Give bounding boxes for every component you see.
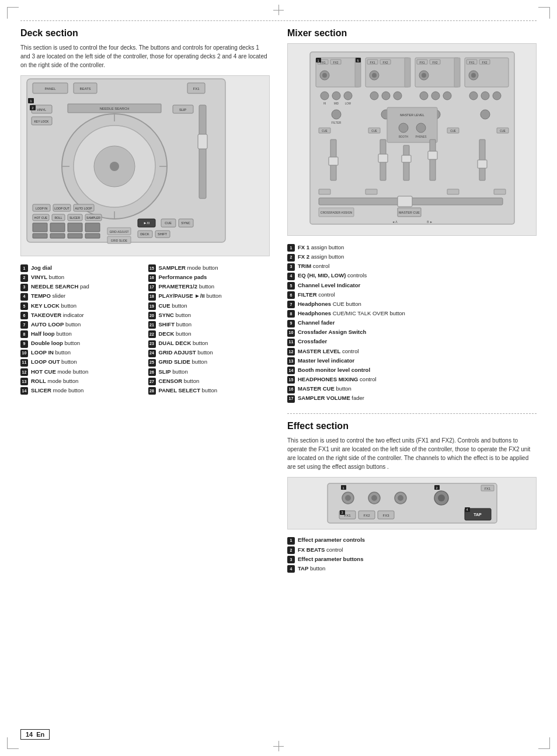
svg-text:CUE: CUE	[450, 130, 456, 133]
svg-text:FX2: FX2	[432, 61, 437, 64]
svg-text:B ►: B ►	[427, 220, 433, 224]
list-item: 19CUE button	[148, 301, 270, 311]
svg-text:5: 5	[357, 59, 358, 62]
list-item: 15SAMPLER mode button	[148, 263, 270, 273]
svg-rect-138	[478, 160, 487, 168]
svg-text:HOT CUE: HOT CUE	[34, 216, 48, 220]
list-item: 2FX 2 assign button	[287, 252, 537, 262]
list-item: 3TRIM control	[287, 262, 537, 271]
list-item: 8Headphones CUE/MIC TALK OVER button	[287, 309, 537, 318]
corner-mark-br	[538, 737, 550, 749]
svg-text:SLIP: SLIP	[179, 108, 186, 112]
svg-text:2: 2	[436, 486, 437, 490]
list-item: 4TEMPO slider	[20, 291, 142, 301]
list-item: 28PANEL SELECT button	[148, 386, 270, 395]
list-item: 4TAP button	[287, 564, 537, 573]
svg-point-105	[443, 92, 451, 100]
svg-rect-45	[68, 234, 82, 238]
svg-rect-136	[428, 151, 437, 159]
svg-point-86	[422, 73, 426, 78]
svg-point-93	[471, 73, 476, 78]
mixer-section: Mixer section FX1 FX2	[287, 28, 537, 573]
deck-section-title: Deck section	[20, 28, 270, 39]
svg-rect-46	[85, 234, 100, 238]
list-item: 17SAMPLER VOLUME fader	[287, 393, 537, 403]
svg-point-159	[345, 495, 351, 501]
page-num-value: 14	[26, 731, 33, 738]
list-item: 10LOOP IN button	[20, 348, 142, 357]
svg-text:CUE: CUE	[500, 130, 506, 133]
list-item: 5KEY LOCK button	[20, 301, 142, 311]
mixer-controller-image: FX1 FX2 FX1 FX2	[287, 43, 537, 236]
svg-rect-140	[402, 155, 411, 162]
svg-point-94	[321, 92, 329, 100]
svg-rect-135	[430, 140, 436, 180]
svg-text:AUTO LOOP: AUTO LOOP	[75, 207, 92, 210]
svg-point-163	[398, 495, 403, 501]
crosshair-top	[273, 5, 284, 15]
svg-rect-143	[319, 189, 330, 194]
svg-text:VINYL: VINYL	[37, 108, 46, 112]
list-item: 20SYNC button	[148, 311, 270, 320]
list-item: 16Performance pads	[148, 273, 270, 282]
deck-section: Deck section This section is used to con…	[20, 28, 270, 573]
svg-text:DECK: DECK	[140, 232, 149, 236]
svg-point-107	[481, 92, 489, 100]
svg-text:SLICER: SLICER	[69, 216, 80, 220]
svg-text:CUE: CUE	[322, 130, 328, 133]
svg-text:CROSSFADER ASSIGN: CROSSFADER ASSIGN	[320, 211, 352, 214]
list-item: 24GRID ADJUST button	[148, 348, 270, 357]
svg-text:FX2: FX2	[382, 61, 388, 64]
effect-section-title: Effect section	[287, 421, 537, 431]
effect-section-desc: This section is used to control the two …	[287, 436, 537, 471]
page-number: 14 En	[20, 729, 50, 740]
svg-text:3: 3	[341, 511, 343, 514]
svg-rect-117	[387, 107, 437, 142]
svg-text:FX2: FX2	[482, 61, 487, 64]
svg-rect-39	[33, 223, 47, 232]
svg-rect-42	[85, 223, 100, 232]
list-item: 6TAKEOVER indicator	[20, 311, 142, 320]
svg-text:FX2: FX2	[363, 514, 370, 517]
list-item: 22DECK button	[148, 329, 270, 339]
list-item: 3Effect parameter buttons	[287, 555, 537, 564]
svg-point-112	[332, 110, 341, 119]
svg-text:GRID SLIDE: GRID SLIDE	[111, 239, 128, 242]
svg-rect-15	[199, 105, 206, 198]
svg-rect-16	[198, 134, 207, 149]
corner-mark-tl	[7, 7, 19, 19]
list-item: 27CENSOR button	[148, 377, 270, 386]
list-item: 7Headphones CUE button	[287, 299, 537, 309]
page-language: En	[36, 731, 44, 738]
svg-point-106	[469, 92, 478, 100]
list-item: 25GRID SLIDE button	[148, 357, 270, 367]
list-item: 6FILTER control	[287, 290, 537, 299]
svg-point-104	[431, 92, 440, 100]
svg-text:4: 4	[466, 508, 468, 511]
top-separator	[20, 20, 537, 21]
effect-section: Effect section This section is used to c…	[287, 413, 537, 573]
svg-text:LOOP IN: LOOP IN	[36, 207, 48, 210]
svg-point-95	[332, 92, 340, 100]
svg-point-10	[110, 162, 119, 171]
svg-point-96	[344, 92, 352, 100]
list-item: 1Effect parameter controls	[287, 535, 537, 545]
deck-controller-image: PANEL BEATS FX1	[20, 75, 270, 256]
svg-text:FX1: FX1	[193, 87, 200, 90]
effect-items-list: 1Effect parameter controls2FX BEATS cont…	[287, 535, 537, 573]
svg-point-103	[420, 92, 428, 100]
list-item: 11Crossfader	[287, 337, 537, 346]
svg-point-100	[370, 92, 378, 100]
mixer-items-list: 1FX 1 assign button2FX 2 assign button3T…	[287, 243, 537, 403]
list-item: 16MASTER CUE button	[287, 384, 537, 393]
list-item: 23DUAL DECK button	[148, 339, 270, 348]
svg-text:BOOTH: BOOTH	[398, 135, 408, 138]
svg-text:TAP: TAP	[474, 513, 482, 517]
svg-point-72	[322, 73, 327, 78]
svg-text:FX1: FX1	[469, 61, 474, 64]
svg-text:CUE: CUE	[165, 221, 172, 225]
list-item: 2VINYL button	[20, 273, 142, 282]
list-item: 8Half loop button	[20, 329, 142, 339]
svg-rect-146	[494, 189, 506, 194]
svg-text:FX1: FX1	[419, 61, 424, 64]
